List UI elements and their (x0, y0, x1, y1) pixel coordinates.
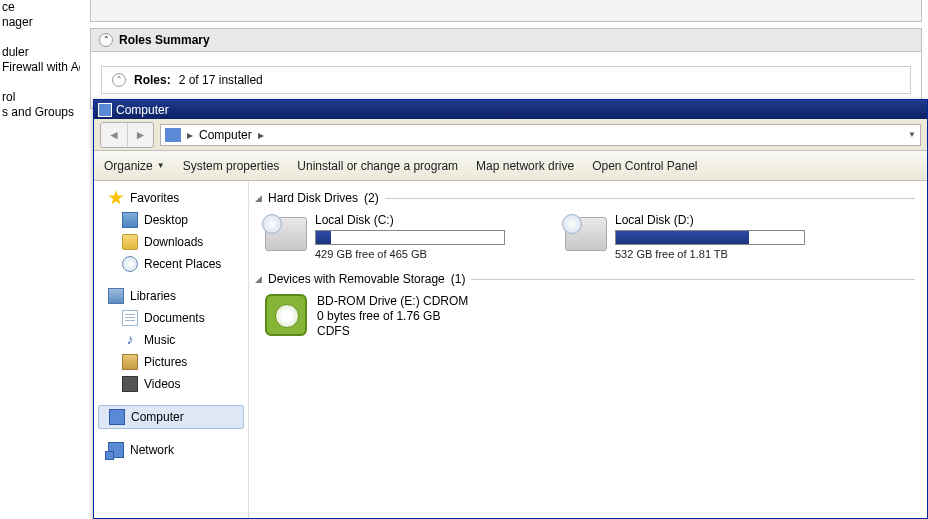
bg-panel: ˄ Roles Summary ˄ Roles: 2 of 17 install… (90, 0, 928, 109)
desktop-icon (122, 212, 138, 228)
section-count: (2) (364, 191, 379, 205)
sidebar-favorites[interactable]: Favorites (94, 187, 248, 209)
toolbar: Organize▼ System properties Uninstall or… (94, 151, 927, 181)
bg-panel-spacer (90, 0, 922, 22)
tree-item[interactable]: rol (2, 90, 80, 105)
drive-label: Local Disk (D:) (615, 213, 805, 227)
sidebar-item-recent[interactable]: Recent Places (94, 253, 248, 275)
main-pane: ◢ Hard Disk Drives (2) Local Disk (C:) 4… (249, 181, 927, 518)
drive-free: 429 GB free of 465 GB (315, 248, 505, 260)
explorer-window: Computer ◄ ► ▸ Computer ▸ ▼ Organize▼ Sy… (93, 99, 928, 519)
section-header-removable[interactable]: ◢ Devices with Removable Storage (1) (255, 272, 927, 286)
breadcrumb-sep: ▸ (185, 128, 195, 142)
pictures-icon (122, 354, 138, 370)
map-network-drive-button[interactable]: Map network drive (476, 159, 574, 173)
document-icon (122, 310, 138, 326)
sidebar-item-network[interactable]: Network (94, 439, 248, 461)
open-control-panel-button[interactable]: Open Control Panel (592, 159, 697, 173)
collapse-icon[interactable]: ◢ (255, 193, 262, 203)
divider (385, 198, 915, 199)
sidebar-item-documents[interactable]: Documents (94, 307, 248, 329)
drive-free: 532 GB free of 1.81 TB (615, 248, 805, 260)
tree-item[interactable]: ce (2, 0, 80, 15)
libraries-icon (108, 288, 124, 304)
drive-label: BD-ROM Drive (E:) CDROM (317, 294, 468, 309)
forward-button[interactable]: ► (127, 123, 153, 147)
organize-button[interactable]: Organize▼ (104, 159, 165, 173)
drive-d[interactable]: Local Disk (D:) 532 GB free of 1.81 TB (565, 213, 805, 260)
usage-bar (615, 230, 805, 245)
hdd-icon (565, 217, 607, 251)
videos-icon (122, 376, 138, 392)
system-properties-button[interactable]: System properties (183, 159, 280, 173)
folder-icon (122, 234, 138, 250)
section-header-hdd[interactable]: ◢ Hard Disk Drives (2) (255, 191, 927, 205)
roles-value: 2 of 17 installed (179, 73, 263, 87)
hdd-icon (265, 217, 307, 251)
sidebar-item-desktop[interactable]: Desktop (94, 209, 248, 231)
music-icon: ♪ (122, 332, 138, 348)
usage-bar (315, 230, 505, 245)
tree-item[interactable]: duler (2, 45, 80, 60)
computer-icon (165, 128, 181, 142)
sidebar-item-music[interactable]: ♪ Music (94, 329, 248, 351)
roles-label: Roles: (134, 73, 171, 87)
divider (471, 279, 915, 280)
section-title: Hard Disk Drives (268, 191, 358, 205)
drive-fs: CDFS (317, 324, 468, 339)
collapse-icon[interactable]: ˄ (112, 73, 126, 87)
sidebar: Favorites Desktop Downloads Recent Place… (94, 181, 249, 518)
back-button[interactable]: ◄ (101, 123, 127, 147)
address-dropdown-icon[interactable]: ▼ (908, 130, 916, 139)
content: Favorites Desktop Downloads Recent Place… (94, 181, 927, 518)
navbar: ◄ ► ▸ Computer ▸ ▼ (94, 119, 927, 151)
roles-summary-title: Roles Summary (119, 33, 210, 47)
collapse-icon[interactable]: ˄ (99, 33, 113, 47)
breadcrumb-sep[interactable]: ▸ (256, 128, 266, 142)
window-title: Computer (116, 103, 169, 117)
sidebar-item-computer[interactable]: Computer (98, 405, 244, 429)
roles-line: ˄ Roles: 2 of 17 installed (101, 66, 911, 94)
drive-free: 0 bytes free of 1.76 GB (317, 309, 468, 324)
tree-item[interactable]: s and Groups (2, 105, 80, 120)
bdrom-icon (265, 294, 307, 336)
tree-item[interactable]: Firewall with Adva (2, 60, 80, 75)
drive-label: Local Disk (C:) (315, 213, 505, 227)
sidebar-item-videos[interactable]: Videos (94, 373, 248, 395)
sidebar-item-pictures[interactable]: Pictures (94, 351, 248, 373)
sidebar-libraries[interactable]: Libraries (94, 285, 248, 307)
titlebar[interactable]: Computer (94, 100, 927, 119)
computer-icon (109, 409, 125, 425)
computer-icon (98, 103, 112, 117)
sidebar-item-downloads[interactable]: Downloads (94, 231, 248, 253)
address-bar[interactable]: ▸ Computer ▸ ▼ (160, 124, 921, 146)
uninstall-button[interactable]: Uninstall or change a program (297, 159, 458, 173)
bg-tree: ce nager duler Firewall with Adva rol s … (0, 0, 80, 120)
collapse-icon[interactable]: ◢ (255, 274, 262, 284)
drive-e[interactable]: BD-ROM Drive (E:) CDROM 0 bytes free of … (255, 294, 927, 339)
breadcrumb[interactable]: Computer (199, 128, 252, 142)
nav-buttons: ◄ ► (100, 122, 154, 148)
star-icon (108, 190, 124, 206)
drive-c[interactable]: Local Disk (C:) 429 GB free of 465 GB (265, 213, 505, 260)
network-icon (108, 442, 124, 458)
section-count: (1) (451, 272, 466, 286)
roles-summary-header[interactable]: ˄ Roles Summary (90, 28, 922, 52)
recent-icon (122, 256, 138, 272)
tree-item[interactable]: nager (2, 15, 80, 30)
chevron-down-icon: ▼ (157, 161, 165, 170)
section-title: Devices with Removable Storage (268, 272, 445, 286)
drives-row: Local Disk (C:) 429 GB free of 465 GB Lo… (255, 213, 927, 260)
